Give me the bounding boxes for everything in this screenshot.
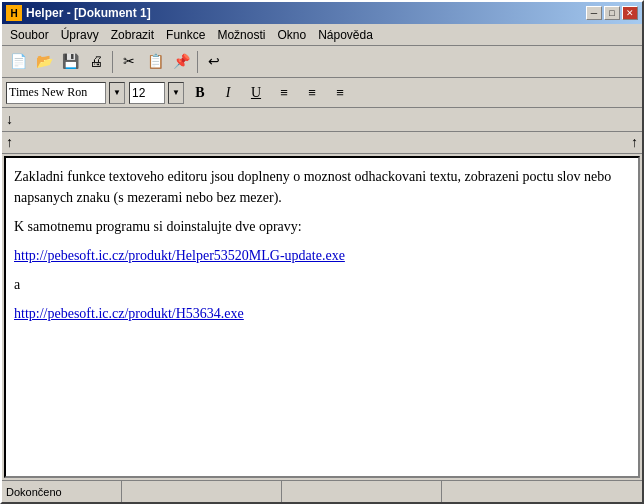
separator-1 — [112, 51, 113, 73]
app-icon: H — [6, 5, 22, 21]
new-icon — [10, 53, 27, 70]
align-left-button[interactable]: ≡ — [272, 82, 296, 104]
menu-zobrazit[interactable]: Zobrazit — [105, 24, 160, 45]
scroll-down-arrow[interactable]: ↓ — [6, 112, 13, 128]
main-window: H Helper - [Dokument 1] ─ □ ✕ Soubor Úpr… — [0, 0, 644, 504]
print-icon — [89, 54, 103, 70]
scroll-up-arrow-left[interactable]: ↑ — [6, 135, 13, 151]
status-pane-4 — [442, 481, 642, 502]
status-pane-2 — [122, 481, 282, 502]
link-2[interactable]: http://pebesoft.ic.cz/produkt/H53634.exe — [14, 306, 244, 321]
restore-button[interactable]: □ — [604, 6, 620, 20]
content-paragraph-1: Zakladni funkce textoveho editoru jsou d… — [14, 166, 630, 208]
font-name-select[interactable]: Times New Ron — [6, 82, 106, 104]
title-bar: H Helper - [Dokument 1] ─ □ ✕ — [2, 2, 642, 24]
status-pane-3 — [282, 481, 442, 502]
content-link-1[interactable]: http://pebesoft.ic.cz/produkt/Helper5352… — [14, 245, 630, 266]
separator-2 — [197, 51, 198, 73]
status-bar: Dokončeno — [2, 480, 642, 502]
scroll-up-arrow-right[interactable]: ↑ — [631, 135, 638, 151]
scroll-top-bar: ↑ ↑ — [2, 132, 642, 154]
new-button[interactable] — [6, 50, 30, 74]
save-button[interactable] — [58, 50, 82, 74]
paste-button[interactable] — [169, 50, 193, 74]
title-bar-left: H Helper - [Dokument 1] — [6, 5, 151, 21]
menu-funkce[interactable]: Funkce — [160, 24, 211, 45]
font-size-dropdown[interactable]: ▼ — [168, 82, 184, 104]
copy-button[interactable] — [143, 50, 167, 74]
open-icon — [36, 53, 53, 70]
font-name-dropdown[interactable]: ▼ — [109, 82, 125, 104]
scroll-row-down: ↓ — [2, 108, 642, 132]
toolbar — [2, 46, 642, 78]
save-icon — [62, 53, 79, 70]
content-link-2[interactable]: http://pebesoft.ic.cz/produkt/H53634.exe — [14, 303, 630, 324]
format-bar: Times New Ron ▼ 12 ▼ B I U ≡ ≡ ≡ — [2, 78, 642, 108]
title-bar-buttons: ─ □ ✕ — [586, 6, 638, 20]
open-button[interactable] — [32, 50, 56, 74]
menu-okno[interactable]: Okno — [271, 24, 312, 45]
copy-icon — [147, 53, 164, 70]
print-button[interactable] — [84, 50, 108, 74]
editor-content[interactable]: Zakladni funkce textoveho editoru jsou d… — [4, 156, 640, 478]
content-paragraph-3: a — [14, 274, 630, 295]
align-center-button[interactable]: ≡ — [300, 82, 324, 104]
minimize-button[interactable]: ─ — [586, 6, 602, 20]
close-button[interactable]: ✕ — [622, 6, 638, 20]
font-size-select[interactable]: 12 — [129, 82, 165, 104]
window-title: Helper - [Dokument 1] — [26, 6, 151, 20]
menu-napoveda[interactable]: Nápověda — [312, 24, 379, 45]
bold-button[interactable]: B — [188, 82, 212, 104]
cut-icon — [123, 53, 135, 70]
menu-soubor[interactable]: Soubor — [4, 24, 55, 45]
menu-upravy[interactable]: Úpravy — [55, 24, 105, 45]
cut-button[interactable] — [117, 50, 141, 74]
menu-bar: Soubor Úpravy Zobrazit Funkce Možnosti O… — [2, 24, 642, 46]
status-text: Dokončeno — [2, 481, 122, 502]
paste-icon — [173, 53, 190, 70]
content-paragraph-2: K samotnemu programu si doinstalujte dve… — [14, 216, 630, 237]
undo-button[interactable] — [202, 50, 226, 74]
align-right-button[interactable]: ≡ — [328, 82, 352, 104]
italic-button[interactable]: I — [216, 82, 240, 104]
underline-button[interactable]: U — [244, 82, 268, 104]
menu-moznosti[interactable]: Možnosti — [211, 24, 271, 45]
undo-icon — [208, 53, 220, 70]
link-1[interactable]: http://pebesoft.ic.cz/produkt/Helper5352… — [14, 248, 345, 263]
